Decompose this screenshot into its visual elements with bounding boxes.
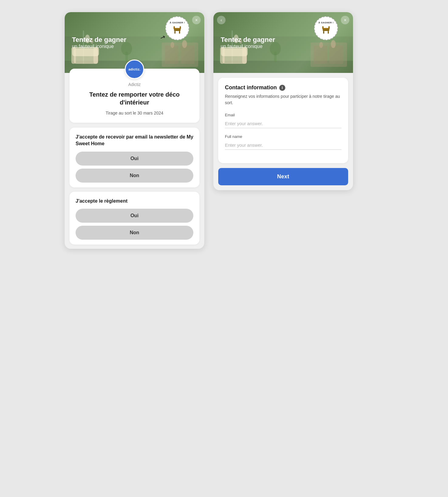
svg-rect-35: [329, 46, 343, 64]
svg-rect-42: [322, 26, 324, 29]
right-close-button[interactable]: ×: [341, 16, 349, 24]
svg-rect-34: [314, 46, 327, 64]
fullname-label: Full name: [225, 134, 341, 139]
badge-text: À GAGNER !: [170, 22, 185, 24]
hero-title-bold: Tentez de gagner: [72, 36, 126, 44]
page-wrapper: Tentez de gagner un fauteuil iconique À …: [65, 12, 383, 249]
back-button[interactable]: ‹: [217, 16, 226, 24]
next-button[interactable]: Next: [218, 168, 348, 185]
contact-form-box: Contact information i Renseignez vos inf…: [218, 78, 348, 163]
svg-rect-18: [175, 31, 176, 34]
svg-point-14: [171, 42, 174, 48]
fullname-input[interactable]: [225, 141, 341, 150]
contact-subtitle: Renseignez vos informations pour partici…: [225, 93, 341, 106]
contact-title-row: Contact information i: [225, 84, 341, 91]
right-chair-badge-icon: [321, 24, 331, 35]
draw-date: Tirage au sort le 30 mars 2024: [77, 111, 192, 115]
right-close-icon: ×: [344, 18, 346, 22]
close-button[interactable]: ×: [192, 16, 201, 24]
a-gagner-badge: À GAGNER !: [165, 16, 189, 40]
right-card: Tentez de gagner un fauteuil iconique À …: [213, 12, 353, 190]
info-icon-text: i: [282, 86, 283, 90]
right-hero-banner: Tentez de gagner un fauteuil iconique À …: [213, 12, 353, 73]
svg-point-37: [331, 40, 336, 48]
brand-name: Adictiz: [77, 82, 192, 87]
left-card: Tentez de gagner un fauteuil iconique À …: [65, 12, 204, 249]
email-label: Email: [225, 113, 341, 117]
email-input[interactable]: [225, 119, 341, 128]
adictiz-logo-text: adictiz.: [128, 67, 141, 71]
right-badge-text: À GAGNER !: [318, 22, 334, 24]
contact-title: Contact information: [225, 84, 277, 91]
right-a-gagner-badge: À GAGNER !: [314, 16, 338, 40]
svg-point-15: [182, 40, 187, 48]
svg-rect-19: [179, 31, 180, 34]
consent-question-2: J'accepte le règlement: [76, 198, 193, 204]
hero-title-light: un fauteuil iconique: [72, 44, 126, 49]
consent-question-1: J'accepte de recevoir par email la newsl…: [76, 134, 193, 147]
close-icon: ×: [195, 18, 198, 22]
svg-rect-21: [180, 26, 181, 29]
svg-rect-43: [328, 26, 330, 29]
svg-rect-13: [181, 46, 194, 64]
adictiz-logo: adictiz.: [125, 60, 144, 79]
svg-rect-12: [165, 46, 178, 64]
svg-rect-20: [174, 26, 175, 29]
right-hero-title-light: un fauteuil iconique: [221, 44, 275, 49]
back-icon: ‹: [221, 18, 222, 22]
consent2-oui-button[interactable]: Oui: [76, 209, 193, 223]
svg-rect-41: [328, 31, 329, 34]
main-title: Tentez de remporter votre déco d'intérie…: [77, 91, 192, 106]
fullname-field-group: Full name: [225, 134, 341, 150]
contact-form-area: Contact information i Renseignez vos inf…: [213, 78, 353, 190]
info-icon[interactable]: i: [279, 85, 285, 91]
consent2-non-button[interactable]: Non: [76, 226, 193, 240]
email-field-group: Email: [225, 113, 341, 128]
consent-section-2: J'accepte le règlement Oui Non: [70, 192, 199, 245]
right-hero-title-bold: Tentez de gagner: [221, 36, 275, 44]
svg-point-36: [319, 42, 323, 48]
left-hero-title: Tentez de gagner un fauteuil iconique: [72, 36, 126, 49]
chair-badge-icon: [172, 24, 183, 35]
adictiz-section: adictiz. Adictiz Tentez de remporter vot…: [70, 69, 199, 123]
svg-rect-40: [323, 31, 324, 34]
consent-section-1: J'accepte de recevoir par email la newsl…: [70, 128, 199, 187]
right-hero-title: Tentez de gagner un fauteuil iconique: [221, 36, 275, 49]
consent1-non-button[interactable]: Non: [76, 169, 193, 183]
consent1-oui-button[interactable]: Oui: [76, 152, 193, 166]
